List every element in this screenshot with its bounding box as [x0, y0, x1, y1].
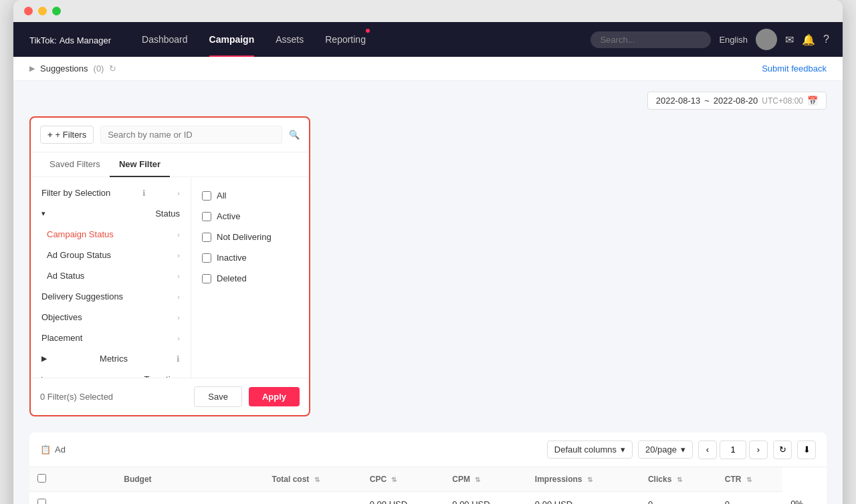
filter-search-input[interactable] — [100, 126, 282, 144]
export-button[interactable]: ⬇ — [797, 440, 816, 459]
filter-item-ad-status[interactable]: Ad Status › — [31, 265, 191, 286]
header-checkbox — [29, 467, 54, 492]
filter-right-panel: All Active Not Delivering — [191, 177, 309, 378]
maximize-button[interactable] — [52, 7, 61, 15]
nav-assets[interactable]: Assets — [265, 22, 314, 57]
row-impressions: 0 — [640, 492, 717, 505]
per-page-chevron: ▾ — [681, 445, 685, 455]
mail-icon[interactable]: ✉ — [785, 33, 794, 46]
suggestions-left: ▶ Suggestions (0) ↻ — [29, 64, 116, 74]
plus-icon: + — [47, 130, 53, 140]
nav-links: Dashboard Campaign Assets Reporting — [131, 22, 591, 57]
tab-saved-filters[interactable]: Saved Filters — [40, 152, 110, 177]
row-ctr: 0% — [782, 492, 827, 505]
pagination: ‹ › — [698, 440, 768, 459]
filter-item-campaign-status[interactable]: Campaign Status › — [31, 224, 191, 245]
filter-footer: 0 Filter(s) Selected Save Apply — [31, 378, 309, 415]
filter-top-row: + + Filters 🔍 — [31, 118, 309, 152]
filter-item-metrics[interactable]: ▶ Metrics ℹ — [31, 348, 191, 369]
suggestions-label: Suggestions — [40, 64, 88, 74]
filter-group-status[interactable]: ▾ Status — [31, 203, 191, 224]
option-all[interactable]: All — [199, 185, 301, 206]
date-start: 2022-08-13 — [656, 96, 701, 106]
submit-feedback-link[interactable]: Submit feedback — [762, 64, 827, 74]
page-number-input[interactable] — [720, 440, 746, 459]
filter-left-panel: Filter by Selection ℹ › ▾ Status Campaig… — [31, 177, 191, 378]
option-deleted[interactable]: Deleted — [199, 268, 301, 289]
header-ctr: CTR ⇅ — [717, 467, 782, 492]
suggestions-arrow: ▶ — [29, 64, 35, 73]
per-page-selector[interactable]: 20/page ▾ — [638, 440, 693, 459]
close-button[interactable] — [24, 7, 33, 15]
checkbox-all[interactable] — [202, 191, 211, 201]
filter-item-objectives[interactable]: Objectives › — [31, 307, 191, 328]
filter-item-placement[interactable]: Placement › — [31, 328, 191, 348]
header-cpm: CPM ⇅ — [444, 467, 527, 492]
data-table: Budget Total cost ⇅ CPC ⇅ CPM ⇅ Impressi… — [29, 467, 827, 504]
date-timezone: UTC+08:00 — [762, 96, 803, 106]
row-name-cell — [116, 492, 263, 505]
add-filters-button[interactable]: + + Filters — [40, 126, 94, 144]
header-cpc: CPC ⇅ — [362, 467, 445, 492]
checkbox-deleted[interactable] — [202, 274, 211, 283]
nav-dashboard[interactable]: Dashboard — [131, 22, 199, 57]
table-toolbar: 📋 Ad Default columns ▾ 20/page ▾ — [29, 432, 827, 467]
refresh-button[interactable]: ↻ — [773, 440, 792, 459]
row-checkbox[interactable] — [37, 499, 46, 504]
prev-page-button[interactable]: ‹ — [698, 440, 717, 459]
ad-icon: 📋 — [40, 445, 51, 455]
bell-icon[interactable]: 🔔 — [802, 33, 815, 46]
user-avatar[interactable] — [756, 29, 777, 50]
suggestions-bar: ▶ Suggestions (0) ↻ Submit feedback — [13, 57, 843, 81]
reporting-dot — [366, 29, 370, 33]
top-nav: TikTok:Ads Manager Dashboard Campaign As… — [13, 22, 843, 57]
ad-tab: 📋 Ad — [40, 439, 66, 460]
placement-chevron: › — [177, 334, 180, 342]
filters-btn-label: + Filters — [56, 130, 87, 140]
filter-item-adgroup-status[interactable]: Ad Group Status › — [31, 245, 191, 265]
option-not-delivering[interactable]: Not Delivering — [199, 227, 301, 247]
header-toggle — [54, 467, 116, 492]
refresh-icon[interactable]: ↻ — [109, 64, 116, 74]
minimize-button[interactable] — [38, 7, 47, 15]
tab-new-filter[interactable]: New Filter — [110, 152, 170, 177]
date-range-picker[interactable]: 2022-08-13 ~ 2022-08-20 UTC+08:00 📅 — [647, 92, 827, 110]
filter-section-header[interactable]: Filter by Selection ℹ › — [31, 182, 191, 203]
checkbox-not-delivering[interactable] — [202, 233, 211, 242]
language-selector[interactable]: English — [719, 35, 748, 45]
info-icon: ℹ — [142, 188, 146, 198]
filter-body: Filter by Selection ℹ › ▾ Status Campaig… — [31, 177, 309, 378]
filter-search-icon: 🔍 — [289, 130, 300, 140]
objectives-chevron: › — [177, 313, 180, 322]
row-budget: - — [264, 492, 362, 505]
row-cpm: 0.00 USD — [527, 492, 640, 505]
row-toggle-cell — [54, 492, 116, 505]
help-icon[interactable]: ? — [823, 33, 829, 45]
checkbox-inactive[interactable] — [202, 253, 211, 263]
filter-item-delivery[interactable]: Delivery Suggestions › — [31, 286, 191, 307]
next-page-button[interactable]: › — [749, 440, 768, 459]
checkbox-active[interactable] — [202, 212, 211, 221]
filter-panel: + + Filters 🔍 Saved Filters New Filter — [29, 116, 310, 416]
nav-campaign[interactable]: Campaign — [199, 22, 265, 57]
table-row: - 0.00 USD 0.00 USD 0.00 USD 0 0 0% — [29, 492, 827, 505]
row-clicks: 0 — [717, 492, 782, 505]
select-all-checkbox[interactable] — [37, 474, 46, 483]
suggestions-count: (0) — [94, 64, 104, 74]
apply-button[interactable]: Apply — [249, 387, 300, 406]
header-clicks: Clicks ⇅ — [640, 467, 717, 492]
nav-reporting[interactable]: Reporting — [314, 22, 377, 57]
option-active[interactable]: Active — [199, 206, 301, 227]
header-total-cost: Total cost ⇅ — [264, 467, 362, 492]
nav-search-input[interactable] — [591, 31, 711, 48]
date-end: 2022-08-20 — [714, 96, 758, 106]
option-inactive[interactable]: Inactive — [199, 247, 301, 268]
toolbar-right: Default columns ▾ 20/page ▾ ‹ › ↻ — [547, 440, 816, 459]
header-impressions: Impressions ⇅ — [527, 467, 640, 492]
filter-by-selection-label: Filter by Selection — [41, 188, 110, 198]
expand-arrow-metrics: ▶ — [41, 354, 47, 363]
filter-item-targeting[interactable]: ▶ Targeting — [31, 369, 191, 378]
columns-selector[interactable]: Default columns ▾ — [547, 440, 633, 459]
save-button[interactable]: Save — [194, 386, 242, 407]
title-bar — [13, 0, 843, 22]
